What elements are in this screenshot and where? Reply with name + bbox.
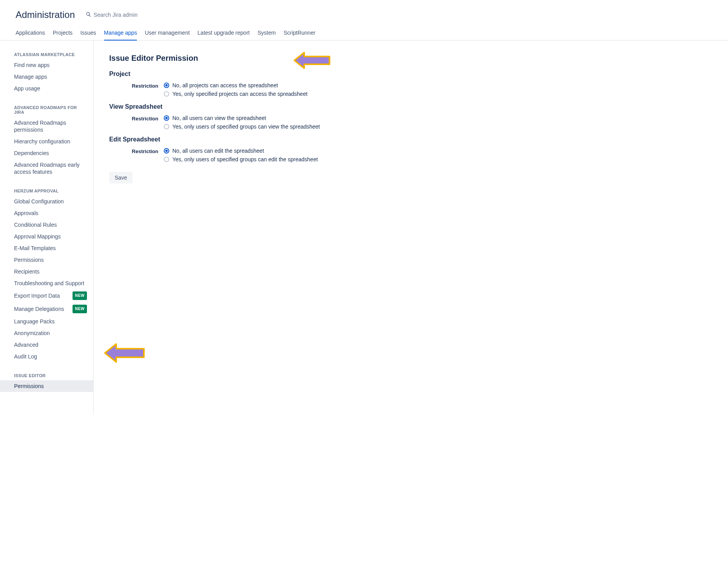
radio-icon[interactable] [164,115,169,121]
sidebar-item-label: Advanced Roadmaps permissions [14,119,87,133]
form-options: No, all users can view the spreadsheetYe… [164,115,712,132]
radio-option[interactable]: Yes, only users of specified groups can … [164,124,712,130]
sidebar-item-find-new-apps[interactable]: Find new apps [0,59,93,71]
sidebar-item-hierarchy-configuration[interactable]: Hierarchy configuration [0,136,93,147]
sidebar-item-label: Advanced [14,341,38,348]
sidebar-item-audit-log[interactable]: Audit Log [0,351,93,362]
tab-issues[interactable]: Issues [80,26,96,41]
sidebar-item-label: Troubleshooting and Support [14,280,84,287]
radio-label: Yes, only specified projects can access … [172,91,308,97]
sidebar-item-label: Manage apps [14,73,47,80]
sidebar-item-approvals[interactable]: Approvals [0,207,93,219]
page-header: Administration [0,0,728,26]
radio-icon[interactable] [164,157,169,162]
sidebar-item-label: Global Configuration [14,198,64,205]
sidebar-section-title: ISSUE EDITOR [0,369,93,380]
search-input[interactable] [94,12,172,18]
radio-icon[interactable] [164,148,169,154]
sidebar-item-app-usage[interactable]: App usage [0,83,93,94]
sidebar-item-dependencies[interactable]: Dependencies [0,147,93,159]
sidebar-item-troubleshooting-and-support[interactable]: Troubleshooting and Support [0,277,93,289]
radio-label: No, all users can edit the spreadsheet [172,148,264,154]
sidebar-item-label: Export Import Data [14,292,60,299]
tab-manage-apps[interactable]: Manage apps [104,26,137,41]
new-badge: NEW [73,305,87,313]
admin-title: Administration [16,9,75,20]
sidebar-item-label: Anonymization [14,330,50,337]
search-icon [86,12,94,18]
sidebar-item-advanced[interactable]: Advanced [0,339,93,351]
sidebar-item-language-packs[interactable]: Language Packs [0,316,93,327]
sidebar-item-permissions[interactable]: Permissions [0,254,93,266]
sidebar-item-conditional-rules[interactable]: Conditional Rules [0,219,93,231]
sidebar-item-global-configuration[interactable]: Global Configuration [0,196,93,207]
radio-label: No, all projects can access the spreadsh… [172,82,278,88]
sidebar-item-label: Manage Delegations [14,305,64,312]
radio-option[interactable]: No, all users can edit the spreadsheet [164,148,712,154]
radio-option[interactable]: Yes, only specified projects can access … [164,91,712,97]
main-content: Issue Editor Permission ProjectRestricti… [94,41,728,415]
sidebar-item-export-import-data[interactable]: Export Import DataNEW [0,289,93,302]
radio-label: No, all users can view the spreadsheet [172,115,266,121]
sidebar: ATLASSIAN MARKETPLACEFind new appsManage… [0,41,94,415]
sidebar-section-title: ATLASSIAN MARKETPLACE [0,48,93,59]
new-badge: NEW [73,291,87,300]
sidebar-item-label: Approval Mappings [14,233,61,240]
tab-applications[interactable]: Applications [16,26,45,41]
sidebar-item-manage-delegations[interactable]: Manage DelegationsNEW [0,302,93,316]
search-wrap [86,12,172,18]
form-options: No, all projects can access the spreadsh… [164,82,712,99]
save-button[interactable]: Save [109,172,133,184]
sidebar-item-label: Language Packs [14,318,55,325]
form-options: No, all users can edit the spreadsheetYe… [164,148,712,165]
sidebar-item-advanced-roadmaps-permissions[interactable]: Advanced Roadmaps permissions [0,117,93,136]
section-heading: Edit Spreadsheet [109,136,712,143]
sidebar-item-label: Recipients [14,268,39,275]
section-heading: View Spreadsheet [109,103,712,110]
sidebar-item-label: Find new apps [14,62,50,69]
sidebar-item-permissions[interactable]: Permissions [0,380,93,392]
sidebar-item-label: Hierarchy configuration [14,138,70,145]
tab-latest-upgrade-report[interactable]: Latest upgrade report [198,26,250,41]
radio-option[interactable]: Yes, only users of specified groups can … [164,156,712,162]
sidebar-item-label: App usage [14,85,40,92]
sidebar-item-anonymization[interactable]: Anonymization [0,327,93,339]
sidebar-section-title: HERZUM APPROVAL [0,185,93,196]
sidebar-item-label: Advanced Roadmaps early access features [14,161,87,175]
page-title: Issue Editor Permission [109,54,712,63]
radio-icon[interactable] [164,83,169,88]
section-heading: Project [109,71,712,78]
form-label: Restriction [109,115,164,132]
sidebar-item-advanced-roadmaps-early-access-features[interactable]: Advanced Roadmaps early access features [0,159,93,178]
sidebar-item-label: Permissions [14,256,44,263]
sidebar-item-label: Conditional Rules [14,221,57,228]
tab-system[interactable]: System [257,26,276,41]
sidebar-item-label: Dependencies [14,150,49,157]
tab-scriptrunner[interactable]: ScriptRunner [283,26,315,41]
form-label: Restriction [109,82,164,99]
radio-option[interactable]: No, all users can view the spreadsheet [164,115,712,121]
sidebar-item-recipients[interactable]: Recipients [0,266,93,277]
sidebar-item-approval-mappings[interactable]: Approval Mappings [0,231,93,242]
top-nav-tabs: ApplicationsProjectsIssuesManage appsUse… [0,26,728,41]
sidebar-item-label: E-Mail Templates [14,245,56,252]
form-row: RestrictionNo, all projects can access t… [109,82,712,99]
form-label: Restriction [109,148,164,165]
sidebar-item-label: Audit Log [14,353,37,360]
radio-option[interactable]: No, all projects can access the spreadsh… [164,82,712,88]
sidebar-item-label: Approvals [14,210,38,217]
sidebar-item-e-mail-templates[interactable]: E-Mail Templates [0,242,93,254]
form-row: RestrictionNo, all users can edit the sp… [109,148,712,165]
radio-label: Yes, only users of specified groups can … [172,124,320,130]
radio-label: Yes, only users of specified groups can … [172,156,318,162]
sidebar-item-label: Permissions [14,383,44,390]
tab-user-management[interactable]: User management [145,26,190,41]
tab-projects[interactable]: Projects [53,26,73,41]
sidebar-section-title: ADVANCED ROADMAPS FOR JIRA [0,101,93,117]
radio-icon[interactable] [164,124,169,129]
form-row: RestrictionNo, all users can view the sp… [109,115,712,132]
radio-icon[interactable] [164,91,169,97]
sidebar-item-manage-apps[interactable]: Manage apps [0,71,93,83]
